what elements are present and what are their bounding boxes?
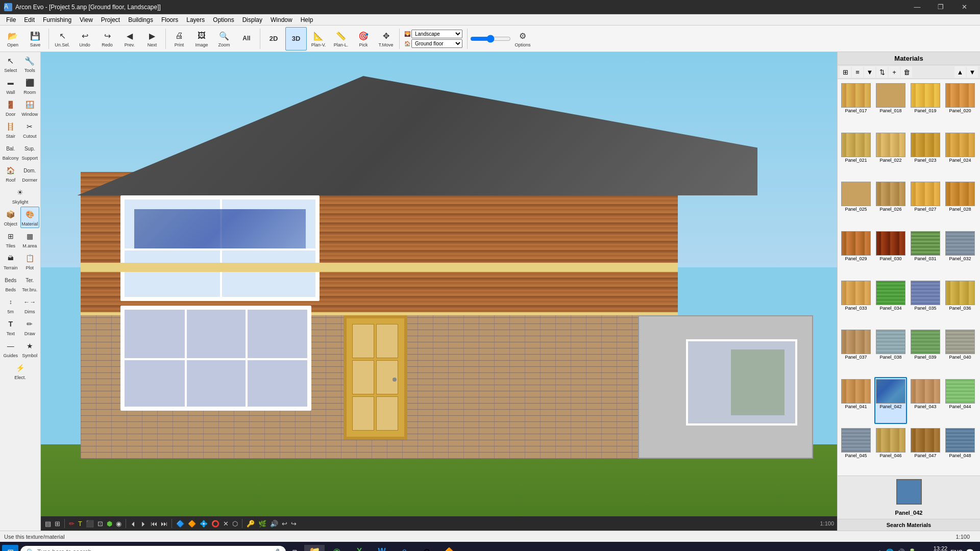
mat-item-panel_041[interactable]: Panel_041 <box>840 377 872 424</box>
bb-icon-14[interactable]: 🔶 <box>187 520 197 528</box>
mat-item-panel_045[interactable]: Panel_045 <box>840 426 872 473</box>
mat-item-panel_022[interactable]: Panel_022 <box>874 131 907 178</box>
bb-icon-19[interactable]: 🔑 <box>246 520 256 528</box>
tmove-btn[interactable]: ✥ T.Move <box>375 27 397 51</box>
viewport[interactable]: ▤ ⊞ ✏ T ⬛ ⊡ ⬢ ◉ ⏴ ⏵ ⏮ ⏭ 🔷 🔶 💠 ⭕ ✕ ⬡ 🔑 🌿 … <box>41 52 837 531</box>
sidebar-item-window[interactable]: 🪟 Window <box>20 97 40 118</box>
undo-btn[interactable]: ↩ Undo <box>74 27 95 51</box>
sidebar-item-draw[interactable]: ✏ Draw <box>20 316 40 338</box>
sidebar-item-cutout[interactable]: ✂ Cutout <box>20 119 40 140</box>
bb-icon-1[interactable]: ▤ <box>44 520 52 528</box>
bb-icon-13[interactable]: 🔷 <box>175 520 185 528</box>
task-view-btn[interactable]: ⧉ <box>288 545 302 551</box>
mat-tb-list-btn[interactable]: ≡ <box>852 66 863 78</box>
taskbar-search[interactable]: 🔍 Type here to search 🎤 <box>20 546 286 551</box>
menu-item-floors[interactable]: Floors <box>157 15 182 24</box>
microphone-icon[interactable]: 🎤 <box>272 548 280 551</box>
mat-item-panel_034[interactable]: Panel_034 <box>874 279 907 326</box>
bb-icon-7[interactable]: ⬢ <box>106 520 113 528</box>
bb-icon-18[interactable]: ⬡ <box>231 520 239 528</box>
mat-item-panel_027[interactable]: Panel_027 <box>909 180 942 227</box>
landscape-select[interactable]: Landscape Portrait <box>411 30 462 38</box>
sidebar-item-5m[interactable]: ↕ 5m <box>1 294 20 316</box>
menu-item-furnishing[interactable]: Furnishing <box>39 15 76 24</box>
mat-tb-delete-btn[interactable]: 🗑 <box>901 66 912 78</box>
mat-item-panel_047[interactable]: Panel_047 <box>909 426 942 473</box>
bb-icon-4[interactable]: T <box>77 520 83 528</box>
tray-up-arrow[interactable]: ∧ <box>877 548 883 552</box>
sidebar-item-wall[interactable]: ▬ Wall <box>1 75 20 96</box>
sidebar-item-select[interactable]: ↖ Select <box>1 53 20 74</box>
start-button[interactable]: ⊞ <box>2 545 18 551</box>
bb-icon-2[interactable]: ⊞ <box>54 520 61 528</box>
sidebar-item-symbol[interactable]: ★ Symbol <box>20 338 40 360</box>
bb-icon-15[interactable]: 💠 <box>199 520 209 528</box>
sidebar-item-terbru[interactable]: Ter. Ter.bru. <box>20 272 40 294</box>
view-combo[interactable]: 🌄 Landscape Portrait 🏠 Ground floor Firs… <box>404 30 462 48</box>
zoom-btn[interactable]: 🔍 Zoom <box>213 27 235 51</box>
tray-network[interactable]: 🌐 <box>886 548 894 552</box>
prev-btn[interactable]: ◀ Prev. <box>119 27 140 51</box>
bb-icon-20[interactable]: 🌿 <box>257 520 267 528</box>
sidebar-item-tools[interactable]: 🔧 Tools <box>20 53 40 74</box>
sidebar-item-roof[interactable]: 🏠 Roof <box>1 163 20 184</box>
sidebar-item-text[interactable]: T Text <box>1 316 20 338</box>
mat-item-panel_023[interactable]: Panel_023 <box>909 131 942 178</box>
image-btn[interactable]: 🖼 Image <box>191 27 212 51</box>
bb-icon-5[interactable]: ⬛ <box>85 520 95 528</box>
menu-item-layers[interactable]: Layers <box>182 15 209 24</box>
taskbar-app-word[interactable]: W <box>372 545 392 551</box>
sidebar-item-guides[interactable]: — Guides <box>1 338 20 360</box>
3d-btn[interactable]: 3D <box>285 27 307 51</box>
sidebar-item-beds[interactable]: Beds Beds <box>1 272 20 294</box>
bb-icon-12[interactable]: ⏭ <box>160 520 168 528</box>
2d-btn[interactable]: 2D <box>263 27 284 51</box>
mat-tb-down-btn[interactable]: ▼ <box>967 66 978 78</box>
mat-item-panel_018[interactable]: Panel_018 <box>874 81 907 129</box>
bb-icon-23[interactable]: ↪ <box>290 520 298 528</box>
pick-btn[interactable]: 🎯 Pick <box>353 27 374 51</box>
floor-select[interactable]: Ground floor First floor <box>411 39 462 48</box>
sidebar-item-dormer[interactable]: Dom. Dormer <box>20 163 40 184</box>
mat-item-panel_035[interactable]: Panel_035 <box>909 279 942 326</box>
tray-volume[interactable]: 🔊 <box>897 548 905 552</box>
next-btn[interactable]: ▶ Next <box>141 27 163 51</box>
sidebar-item-object[interactable]: 📦 Object <box>1 207 20 228</box>
taskbar-app-explorer[interactable]: 📁 <box>304 545 325 551</box>
mat-item-panel_024[interactable]: Panel_024 <box>944 131 976 178</box>
planl-btn[interactable]: 📏 Plan-L. <box>330 27 352 51</box>
sidebar-item-terrain[interactable]: 🏔 Terrain <box>1 251 20 272</box>
sidebar-item-tiles[interactable]: ⊞ Tiles <box>1 229 20 250</box>
unsel-btn[interactable]: ↖ Un.Sel. <box>52 27 73 51</box>
mat-item-panel_036[interactable]: Panel_036 <box>944 279 976 326</box>
mat-item-panel_038[interactable]: Panel_038 <box>874 328 907 375</box>
mat-item-panel_040[interactable]: Panel_040 <box>944 328 976 375</box>
mat-item-panel_048[interactable]: Panel_048 <box>944 426 976 473</box>
menu-item-file[interactable]: File <box>2 15 20 24</box>
sidebar-item-door[interactable]: 🚪 Door <box>1 97 20 118</box>
maximize-button[interactable]: ❐ <box>929 0 952 14</box>
menu-item-window[interactable]: Window <box>266 15 297 24</box>
bb-icon-3[interactable]: ✏ <box>68 520 76 528</box>
menu-item-project[interactable]: Project <box>97 15 124 24</box>
print-btn[interactable]: 🖨 Print <box>168 27 190 51</box>
bb-icon-6[interactable]: ⊡ <box>96 520 104 528</box>
mat-item-panel_019[interactable]: Panel_019 <box>909 81 942 129</box>
taskbar-app-chrome[interactable]: ◉ <box>327 545 347 551</box>
mat-tb-up-btn[interactable]: ▲ <box>954 66 966 78</box>
mat-item-panel_021[interactable]: Panel_021 <box>840 131 872 178</box>
menu-item-display[interactable]: Display <box>238 15 266 24</box>
mat-tb-sort-btn[interactable]: ⇅ <box>876 66 888 78</box>
close-button[interactable]: ✕ <box>952 0 976 14</box>
sidebar-item-plot[interactable]: 📋 Plot <box>20 251 40 272</box>
bb-icon-11[interactable]: ⏮ <box>150 520 158 528</box>
zoom-slider[interactable] <box>470 35 511 43</box>
mat-item-panel_043[interactable]: Panel_043 <box>909 377 942 424</box>
mat-item-panel_037[interactable]: Panel_037 <box>840 328 872 375</box>
minimize-button[interactable]: — <box>905 0 929 14</box>
mat-item-panel_032[interactable]: Panel_032 <box>944 229 976 277</box>
sidebar-item-balcony[interactable]: Bal. Balcony <box>1 141 20 162</box>
sidebar-item-elect[interactable]: ⚡ Elect. <box>1 360 39 382</box>
mat-item-panel_031[interactable]: Panel_031 <box>909 229 942 277</box>
sidebar-item-material[interactable]: 🎨 Material <box>20 207 40 228</box>
